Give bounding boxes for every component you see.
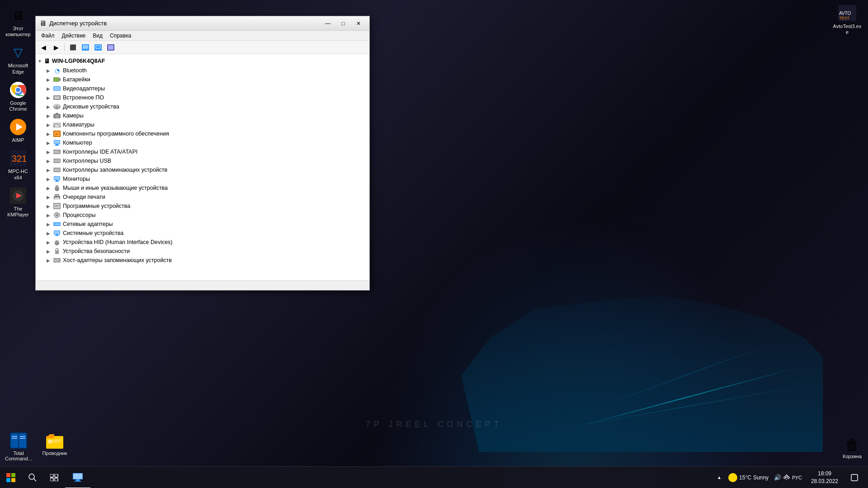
svg-rect-87 [55, 206, 58, 206]
menu-file[interactable]: Файл [38, 32, 58, 40]
sw-devices-icon [53, 202, 61, 210]
svg-point-133 [786, 479, 787, 480]
keyboards-chevron: ▶ [47, 122, 53, 127]
print-chevron: ▶ [47, 195, 53, 200]
svg-line-124 [33, 479, 36, 481]
firmware-chevron: ▶ [47, 95, 53, 100]
window-controls: — □ ✕ [321, 19, 366, 28]
toolbar-forward[interactable]: ▶ [50, 42, 62, 53]
menu-view[interactable]: Вид [89, 32, 106, 40]
tray-language[interactable]: РУС [792, 475, 802, 480]
desktop-icon-chrome[interactable]: Google Chrome [2, 79, 34, 114]
system-devices-label: Системные устройства [63, 230, 123, 236]
tray-volume-icon[interactable]: 🔊 [774, 474, 781, 481]
tree-item-network[interactable]: ▶ Сетевые адаптеры [36, 220, 369, 229]
computer-icon [53, 139, 61, 146]
desktop-icon-edge[interactable]: ▽ Microsoft Edge [2, 42, 34, 76]
statusbar [36, 280, 369, 290]
tray-expand-icon: ▲ [717, 475, 722, 480]
tree-item-monitors[interactable]: ▶ Мониторы [36, 174, 369, 183]
taskbar-device-manager[interactable] [65, 467, 90, 488]
tray-expand[interactable]: ▲ [714, 467, 725, 488]
svg-rect-86 [55, 205, 59, 206]
desktop-icon-this-computer[interactable]: 🖥 Этот компьютер [2, 5, 34, 39]
svg-rect-34 [59, 78, 61, 81]
tree-item-software-components[interactable]: ▶ Компоненты программного обеспечения [36, 129, 369, 138]
svg-rect-119 [6, 473, 10, 477]
toolbar: ◀ ▶ ⬛ [36, 41, 369, 54]
svg-rect-71 [54, 169, 60, 171]
root-computer-icon: 🖥 [44, 57, 50, 65]
tree-item-keyboards[interactable]: ▶ Клавиатуры [36, 120, 369, 129]
tree-item-mice[interactable]: ▶ Мыши и иные указывающие устройства [36, 183, 369, 192]
desktop-icon-avtotest[interactable]: AVTO TEST AvtoTest3.exe [831, 2, 863, 37]
window-titlebar[interactable]: 🖥 Диспетчер устройств — □ ✕ [36, 16, 369, 31]
computer-chevron: ▶ [47, 141, 53, 145]
tree-item-video[interactable]: ▶ Видеоадаптеры [36, 84, 369, 93]
toolbar-back[interactable]: ◀ [38, 42, 49, 53]
svg-rect-62 [54, 141, 60, 144]
maximize-button[interactable]: □ [336, 19, 350, 28]
weather-info[interactable]: 15°C Sunny [728, 473, 769, 482]
tree-item-hid[interactable]: ▶ Устройства HID (Human Interface Device… [36, 238, 369, 247]
system-tray-icons: 🔊 РУС [772, 474, 804, 481]
recycle-bin[interactable]: 🗑 Корзина [841, 435, 863, 461]
toolbar-btn1[interactable]: ⬛ [67, 42, 79, 53]
toolbar-btn4[interactable] [105, 42, 117, 53]
svg-rect-99 [57, 212, 58, 213]
svg-rect-107 [54, 231, 60, 234]
monitors-icon [53, 175, 61, 183]
this-computer-label: Этот компьютер [4, 26, 33, 38]
close-button[interactable]: ✕ [351, 19, 366, 28]
tree-item-firmware[interactable]: ▶ Встроенное ПО [36, 93, 369, 102]
tree-item-processors[interactable]: ▶ Процессоры [36, 211, 369, 220]
minimize-button[interactable]: — [321, 19, 335, 28]
tree-item-security[interactable]: ▶ Устройства безопасности [36, 247, 369, 256]
svg-rect-91 [54, 214, 55, 214]
menu-help[interactable]: Справка [106, 32, 135, 40]
tree-item-batteries[interactable]: ▶ Батарейки [36, 75, 369, 84]
taskview-button[interactable] [43, 467, 65, 488]
svg-rect-112 [57, 240, 57, 243]
taskbar-search-button[interactable] [22, 467, 43, 488]
toolbar-btn2[interactable] [80, 42, 91, 53]
tray-network-icon[interactable] [783, 474, 790, 481]
tree-item-cameras[interactable]: ▶ Камеры [36, 111, 369, 120]
desktop-icon-mpc[interactable]: 321 MPC-HC x64 [2, 147, 34, 182]
svg-rect-27 [83, 45, 88, 49]
tree-item-software-devices[interactable]: ▶ Программные устройства [36, 202, 369, 211]
tree-item-system-devices[interactable]: ▶ Системные устройства [36, 229, 369, 238]
svg-rect-37 [54, 87, 60, 90]
svg-rect-102 [57, 217, 58, 218]
tree-content[interactable]: ▼ 🖥 WIN-LGP06K4Q8AF ▶ ◔ Bluetooth ▶ Бата… [36, 54, 369, 280]
tree-item-host-adapters[interactable]: ▶ Хост-адаптеры запоминающих устройств [36, 256, 369, 265]
tree-item-bluetooth[interactable]: ▶ ◔ Bluetooth [36, 66, 369, 75]
svg-rect-15 [11, 433, 18, 448]
taskbar-clock[interactable]: 18:09 28.03.2022 [807, 470, 842, 485]
taskbar-tray: ▲ 15°C Sunny 🔊 РУС [714, 467, 868, 488]
root-chevron: ▼ [38, 59, 44, 64]
svg-rect-79 [56, 185, 58, 187]
menu-action[interactable]: Действие [58, 32, 90, 40]
svg-rect-100 [56, 217, 56, 218]
notification-button[interactable] [845, 467, 863, 488]
tree-item-usb[interactable]: ▶ Контроллеры USB [36, 156, 369, 165]
tree-item-computer[interactable]: ▶ Компьютер [36, 138, 369, 147]
clock-date: 28.03.2022 [811, 478, 838, 485]
toolbar-btn3[interactable] [92, 42, 104, 53]
bottom-icon-total-commander[interactable]: Total Command... [2, 430, 35, 463]
svg-rect-25 [53, 441, 60, 442]
svg-rect-30 [96, 46, 100, 48]
desktop-icon-aimp[interactable]: AIMP [2, 116, 34, 145]
tree-item-ide[interactable]: ▶ Контроллеры IDE ATA/ATAPI [36, 147, 369, 156]
desktop-icon-kmplayer[interactable]: The KMPlayer [2, 185, 34, 220]
keyboards-label: Клавиатуры [63, 122, 94, 128]
tree-root-node[interactable]: ▼ 🖥 WIN-LGP06K4Q8AF [36, 56, 369, 66]
svg-rect-97 [56, 212, 56, 213]
tree-item-disk[interactable]: ▶ Дисковые устройства [36, 102, 369, 111]
bottom-icon-explorer[interactable]: Проводник [38, 430, 71, 463]
tree-item-storage-controllers[interactable]: ▶ Контроллеры запоминающих устройств [36, 165, 369, 174]
start-button[interactable] [0, 467, 22, 488]
kmplayer-icon [9, 187, 27, 205]
tree-item-print-queues[interactable]: ▶ Очереди печати [36, 192, 369, 202]
